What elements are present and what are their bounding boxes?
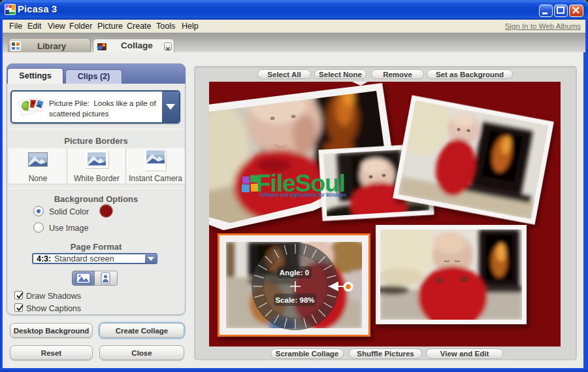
svg-text:Angle: 0: Angle: 0 [280, 269, 309, 277]
svg-text:Software and applications for: Software and applications for Windows [259, 191, 346, 198]
svg-text:Scale: 98%: Scale: 98% [275, 296, 314, 304]
